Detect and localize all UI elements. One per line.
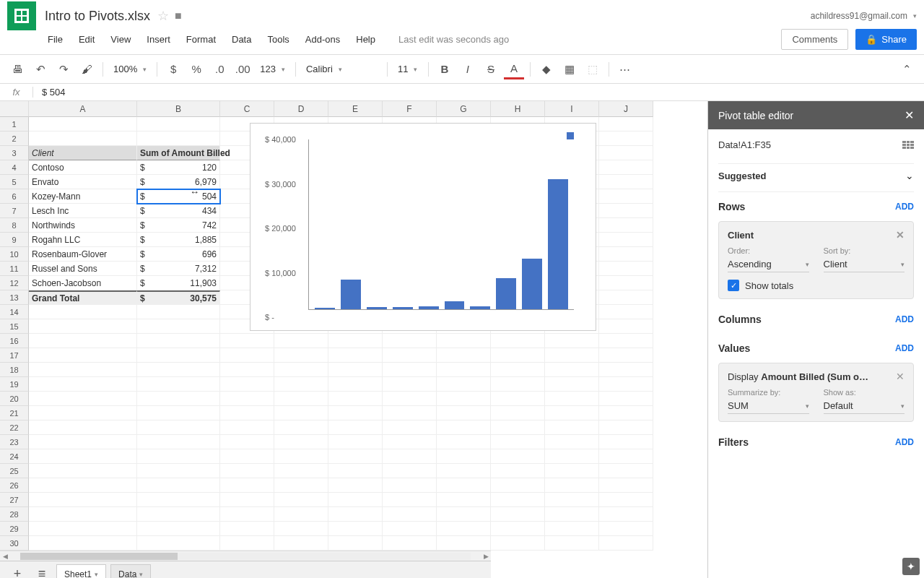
corner-cell[interactable] [0,101,29,117]
cell[interactable] [599,204,653,218]
cell[interactable] [437,522,491,536]
cell[interactable] [599,290,653,305]
cell[interactable] [599,464,653,478]
strike-icon[interactable]: S [481,59,501,79]
cell[interactable] [599,377,653,392]
cell-A4[interactable]: Contoso [29,160,137,175]
percent-icon[interactable]: % [186,59,206,79]
fontsize-select[interactable]: 11 [393,61,422,77]
redo-icon[interactable]: ↷ [53,59,74,79]
row-head-28[interactable]: 28 [0,507,29,522]
cell[interactable] [137,348,220,363]
all-sheets-button[interactable]: ≡ [32,564,52,579]
cell[interactable] [437,493,491,507]
cell[interactable] [599,262,653,276]
cell[interactable] [545,536,599,551]
cell[interactable] [491,478,545,493]
cell[interactable] [274,449,328,464]
cell[interactable] [29,392,137,406]
cell[interactable] [437,334,491,348]
cell[interactable] [137,464,220,478]
explore-button[interactable]: ✦ [902,558,920,575]
paint-format-icon[interactable]: 🖌 [77,59,97,79]
cell[interactable] [437,392,491,406]
cell[interactable] [328,449,383,464]
cell[interactable] [491,507,545,522]
cell-B4[interactable]: $120 [137,160,220,175]
row-head-14[interactable]: 14 [0,305,29,319]
sortby-select[interactable]: Client▾ [824,256,905,272]
merge-icon[interactable]: ⬚ [583,59,603,79]
cell[interactable] [491,363,545,377]
add-rows-button[interactable]: ADD [895,202,914,212]
cell[interactable] [29,478,137,493]
user-email[interactable]: achildress91@gmail.com [811,11,907,21]
cell[interactable] [437,464,491,478]
col-head-I[interactable]: I [545,101,599,117]
cell[interactable] [383,348,437,363]
cell[interactable] [274,507,328,522]
currency-icon[interactable]: $ [163,59,183,79]
cell[interactable] [599,189,653,204]
cell-B7[interactable]: $434 [137,204,220,218]
cell[interactable] [599,522,653,536]
cell[interactable] [599,406,653,420]
cell[interactable] [29,420,137,435]
cell[interactable] [137,493,220,507]
user-dropdown-icon[interactable]: ▾ [913,12,917,20]
cell[interactable] [137,117,220,131]
row-head-11[interactable]: 11 [0,262,29,276]
cell[interactable] [437,536,491,551]
cell[interactable] [383,478,437,493]
cell[interactable] [491,449,545,464]
remove-value-chip-icon[interactable]: ✕ [896,371,905,382]
cell[interactable] [599,233,653,247]
cell[interactable] [545,464,599,478]
row-head-29[interactable]: 29 [0,522,29,536]
row-head-2[interactable]: 2 [0,131,29,146]
row-head-8[interactable]: 8 [0,218,29,233]
cell[interactable] [220,522,274,536]
cell[interactable] [220,334,274,348]
cell-A7[interactable]: Lesch Inc [29,204,137,218]
cell[interactable] [328,493,383,507]
cell[interactable] [437,348,491,363]
cell[interactable] [491,406,545,420]
menu-add-ons[interactable]: Add-ons [300,31,346,48]
cell[interactable] [137,363,220,377]
cell[interactable] [599,334,653,348]
cell[interactable] [220,348,274,363]
cell[interactable] [491,420,545,435]
cell[interactable] [545,522,599,536]
scroll-right-icon[interactable]: ▶ [481,553,491,560]
cell[interactable] [545,348,599,363]
cell[interactable] [491,334,545,348]
cell[interactable] [328,334,383,348]
cell-A12[interactable]: Schoen-Jacobson [29,276,137,290]
tab-data[interactable]: Data▾ [110,564,151,578]
cell[interactable] [328,478,383,493]
text-color-icon[interactable]: A [504,59,524,79]
formula-value[interactable]: $ 504 [33,87,66,98]
cell[interactable] [274,348,328,363]
col-head-F[interactable]: F [383,101,437,117]
cell[interactable] [328,507,383,522]
row-head-12[interactable]: 12 [0,276,29,290]
cell[interactable] [137,305,220,319]
cell[interactable] [599,218,653,233]
cell[interactable] [220,464,274,478]
cell[interactable] [137,334,220,348]
cell[interactable] [29,449,137,464]
menu-edit[interactable]: Edit [73,31,100,48]
format-select[interactable]: 123 [256,61,289,77]
row-head-13[interactable]: 13 [0,290,29,305]
cell[interactable] [137,319,220,334]
remove-row-chip-icon[interactable]: ✕ [896,229,905,241]
cell[interactable] [599,507,653,522]
app-logo[interactable] [7,1,36,30]
cell[interactable] [545,449,599,464]
cell[interactable] [29,305,137,319]
row-head-17[interactable]: 17 [0,348,29,363]
cell[interactable] [137,131,220,146]
scroll-left-icon[interactable]: ◀ [0,553,10,560]
